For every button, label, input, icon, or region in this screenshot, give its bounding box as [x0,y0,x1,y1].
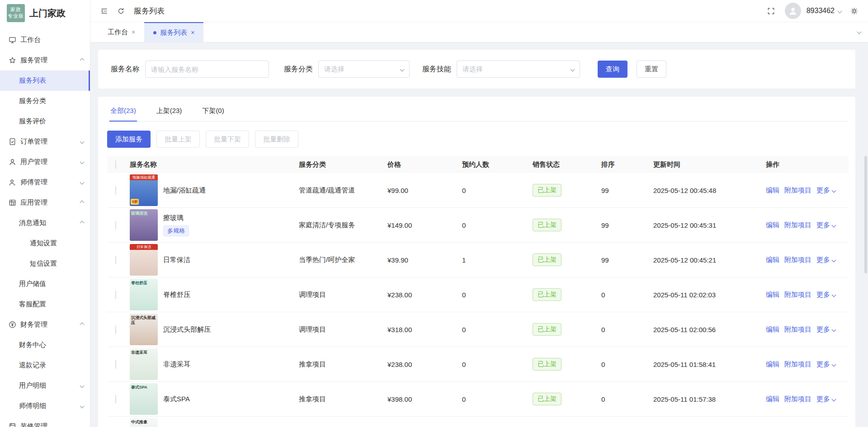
refresh-icon[interactable] [117,7,125,15]
batch-delete-button[interactable]: 批量删除 [255,131,298,148]
sidebar-item[interactable]: 用户明细 [0,375,90,396]
sidebar-item-label: 用户管理 [20,158,47,166]
select-all-checkbox[interactable] [115,160,116,169]
status-tab[interactable]: 上架(23) [156,100,183,121]
row-checkbox[interactable] [115,291,116,299]
thumbnail-promo-badge: 5折 [131,199,139,205]
service-price: ¥149.00 [387,221,462,229]
add-service-button[interactable]: 添加服务 [107,131,151,148]
collapse-sidebar-icon[interactable] [100,7,108,15]
service-sort: 99 [601,256,653,264]
action-label: 更多 [816,360,830,369]
close-tab-icon[interactable]: × [132,28,135,36]
edit-link[interactable]: 编辑 [766,395,779,404]
addon-items-link[interactable]: 附加项目 [784,291,811,299]
service-category: 家庭清洁/专项服务 [299,221,387,230]
addon-items-link[interactable]: 附加项目 [784,325,811,334]
sidebar-item[interactable]: 短信设置 [0,253,90,274]
search-button[interactable]: 查询 [598,61,627,78]
chevron-up-icon [80,323,85,327]
close-tab-icon[interactable]: × [191,29,194,36]
more-link[interactable]: 更多 [816,221,835,230]
edit-link[interactable]: 编辑 [766,291,779,299]
service-category: 推拿项目 [299,395,387,404]
sidebar-item[interactable]: 财务管理 [0,314,90,335]
sidebar-item[interactable]: 退款记录 [0,355,90,375]
page-tab-label: 工作台 [108,28,128,37]
tab-list-chevron-down-icon[interactable] [857,30,862,34]
column-header: 服务分类 [299,160,387,169]
settings-gear-icon[interactable] [850,7,858,15]
row-checkbox[interactable] [115,360,116,369]
sidebar-item[interactable]: 应用管理 [0,192,90,213]
addon-items-link[interactable]: 附加项目 [784,360,811,369]
sidebar-item[interactable]: 客服配置 [0,294,90,314]
chevron-down-icon [80,180,85,185]
page-tab[interactable]: 服务列表× [144,22,203,42]
sidebar-item[interactable]: 消息通知 [0,213,90,233]
page-tab[interactable]: 工作台× [99,22,144,42]
sidebar-item-label: 通知设置 [30,239,57,248]
avatar[interactable] [785,3,801,19]
sidebar-item[interactable]: 用户管理 [0,152,90,172]
batch-on-shelf-button[interactable]: 批量上架 [156,131,200,148]
action-label: 编辑 [766,395,779,404]
addon-items-link[interactable]: 附加项目 [784,256,811,264]
sidebar-item[interactable]: 服务评价 [0,111,90,131]
reset-button[interactable]: 重置 [637,61,666,78]
fullscreen-icon[interactable] [767,7,775,15]
status-tab[interactable]: 全部(23) [109,100,137,121]
more-link[interactable]: 更多 [816,395,835,404]
sidebar-item[interactable]: 师傅明细 [0,396,90,416]
sidebar-item[interactable]: 订单管理 [0,131,90,152]
status-tabs: 全部(23)上架(23)下架(0) [107,100,849,122]
service-bookings: 0 [462,326,533,333]
row-checkbox[interactable] [115,256,116,264]
edit-link[interactable]: 编辑 [766,256,779,264]
service-price: ¥99.00 [387,187,462,194]
row-checkbox[interactable] [115,325,116,334]
more-link[interactable]: 更多 [816,360,835,369]
user-id-label: 8933462 [807,7,835,15]
service-name-input[interactable] [145,61,269,78]
sidebar-item[interactable]: 财务中心 [0,335,90,355]
more-link[interactable]: 更多 [816,325,835,334]
service-sort: 0 [601,291,653,299]
page-tabbar: 工作台×服务列表× [90,22,868,42]
edit-link[interactable]: 编辑 [766,325,779,334]
scrollbar-thumb[interactable] [864,156,867,273]
service-skill-placeholder: 请选择 [462,65,483,74]
sidebar-item[interactable]: 服务管理 [0,50,90,70]
chevron-down-icon [832,327,836,332]
service-updated-time: 2025-05-12 00:45:48 [653,187,766,194]
brand-logo-line1: 家政 [10,7,21,13]
service-category-select[interactable]: 请选择 [318,61,410,78]
row-checkbox[interactable] [115,221,116,230]
addon-items-link[interactable]: 附加项目 [784,395,811,404]
edit-link[interactable]: 编辑 [766,186,779,195]
sidebar-item[interactable]: 装修管理 [0,416,90,427]
monitor-icon [9,36,16,44]
sidebar-item[interactable]: 通知设置 [0,233,90,253]
service-skill-select[interactable]: 请选择 [457,61,580,78]
status-tab[interactable]: 下架(0) [201,100,225,121]
edit-link[interactable]: 编辑 [766,360,779,369]
edit-link[interactable]: 编辑 [766,221,779,230]
sidebar-item[interactable]: 工作台 [0,30,90,50]
sidebar-item[interactable]: 服务分类 [0,91,90,111]
addon-items-link[interactable]: 附加项目 [784,221,811,230]
row-checkbox[interactable] [115,186,116,195]
thumbnail-title: 地漏/浴缸疏通 [130,174,158,180]
more-link[interactable]: 更多 [816,291,835,299]
more-link[interactable]: 更多 [816,186,835,195]
sidebar-item[interactable]: 用户储值 [0,274,90,294]
row-checkbox[interactable] [115,395,116,404]
user-menu[interactable]: 8933462 [807,7,841,15]
sidebar-item[interactable]: 师傅管理 [0,172,90,192]
addon-items-link[interactable]: 附加项目 [784,186,811,195]
more-link[interactable]: 更多 [816,256,835,264]
batch-off-shelf-button[interactable]: 批量下架 [206,131,249,148]
chevron-down-icon [832,258,836,262]
sidebar-item[interactable]: 服务列表 [0,70,90,91]
status-badge: 已上架 [533,393,561,405]
